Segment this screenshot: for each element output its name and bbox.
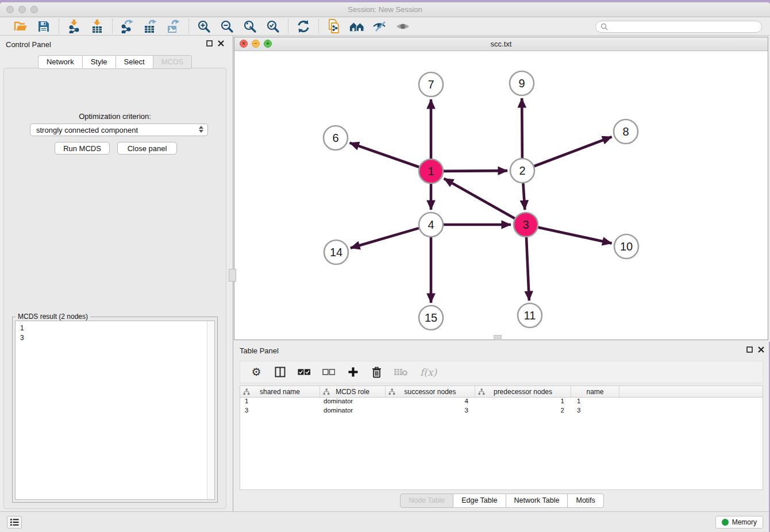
- export-table-button[interactable]: [143, 19, 158, 34]
- save-session-button[interactable]: [36, 19, 51, 34]
- tab-select[interactable]: Select: [116, 55, 153, 69]
- network-canvas[interactable]: 7968124314101511: [234, 51, 768, 340]
- column-header-predecessor-nodes[interactable]: predecessor nodes: [475, 386, 571, 397]
- delete-columns-button[interactable]: [371, 367, 382, 378]
- graph-node-1[interactable]: 1: [419, 159, 443, 183]
- graph-edge-2-9[interactable]: [522, 98, 522, 158]
- add-column-button[interactable]: [347, 367, 359, 377]
- float-panel-icon[interactable]: [206, 40, 213, 47]
- table-settings-button[interactable]: ⚙: [251, 367, 262, 377]
- horizontal-splitter-handle[interactable]: [494, 335, 502, 339]
- graph-node-7[interactable]: 7: [419, 72, 443, 97]
- graph-edge-3-10[interactable]: [538, 228, 611, 244]
- zoom-fit-button[interactable]: [242, 19, 257, 34]
- refresh-icon: [297, 20, 310, 33]
- hide-selected-button[interactable]: [372, 19, 387, 34]
- graph-node-4[interactable]: 4: [419, 213, 443, 237]
- network-graph[interactable]: 7968124314101511: [234, 51, 768, 340]
- graph-node-3[interactable]: 3: [514, 213, 538, 237]
- column-header-name[interactable]: name: [571, 386, 619, 397]
- eye-slash-icon: [372, 20, 387, 33]
- graph-edge-1-6[interactable]: [350, 143, 419, 167]
- column-header-successor-nodes[interactable]: successor nodes: [386, 386, 475, 397]
- graph-edge-1-2[interactable]: [444, 171, 507, 171]
- task-history-button[interactable]: [7, 516, 22, 529]
- zoom-out-icon: [220, 20, 234, 33]
- vertical-splitter-handle[interactable]: [229, 269, 236, 282]
- result-scrollbar[interactable]: [207, 321, 214, 499]
- graph-edge-3-1[interactable]: [444, 179, 515, 218]
- cell-mcds-role[interactable]: dominator: [320, 407, 386, 416]
- float-panel-icon[interactable]: [746, 346, 753, 353]
- cell-successor-nodes[interactable]: 4: [386, 398, 475, 407]
- graph-node-10[interactable]: 10: [614, 234, 638, 259]
- close-panel-icon[interactable]: [218, 40, 224, 47]
- graph-node-2[interactable]: 2: [510, 159, 534, 183]
- tab-mcds[interactable]: MCDS: [153, 55, 192, 69]
- table-row[interactable]: 1 dominator 4 1 1: [240, 398, 763, 407]
- graph-node-11[interactable]: 11: [518, 303, 542, 327]
- import-network-button[interactable]: [67, 19, 82, 34]
- graph-node-label: 2: [519, 164, 525, 177]
- save-disk-icon: [37, 20, 50, 33]
- show-columns-button[interactable]: [274, 367, 286, 377]
- tab-style[interactable]: Style: [83, 55, 116, 69]
- graph-node-9[interactable]: 9: [510, 71, 534, 95]
- cell-name[interactable]: 3: [571, 407, 619, 416]
- duplicate-network-button[interactable]: [326, 19, 341, 34]
- graph-edge-3-11[interactable]: [526, 237, 529, 300]
- export-image-button[interactable]: [166, 19, 181, 34]
- graph-edge-2-3[interactable]: [523, 183, 525, 210]
- delete-table-button[interactable]: [394, 368, 408, 376]
- apply-layout-button[interactable]: [296, 19, 311, 34]
- close-panel-button[interactable]: Close panel: [117, 142, 177, 155]
- run-mcds-button[interactable]: Run MCDS: [55, 142, 110, 155]
- mcds-result-textarea[interactable]: 1 3: [15, 321, 215, 500]
- table-row[interactable]: 3 dominator 3 2 3: [240, 407, 763, 416]
- tab-network[interactable]: Network: [38, 55, 83, 69]
- cell-shared-name[interactable]: 3: [240, 407, 320, 416]
- control-panel: Control Panel Network Style Select MCDS …: [0, 36, 230, 511]
- tab-edge-table[interactable]: Edge Table: [453, 494, 506, 508]
- column-header-shared-name[interactable]: shared name: [240, 386, 320, 397]
- export-network-button[interactable]: [120, 19, 135, 34]
- cell-mcds-role[interactable]: dominator: [320, 398, 386, 407]
- graph-edge-4-14[interactable]: [351, 228, 419, 248]
- deselect-all-columns-button[interactable]: [322, 369, 335, 375]
- zoom-out-button[interactable]: [220, 19, 234, 34]
- graph-edge-2-8[interactable]: [534, 137, 612, 166]
- graph-node-8[interactable]: 8: [614, 119, 638, 144]
- home-button[interactable]: [349, 19, 364, 34]
- cell-predecessor-nodes[interactable]: 2: [475, 407, 571, 416]
- zoom-selected-button[interactable]: [265, 19, 280, 34]
- tab-network-table[interactable]: Network Table: [506, 494, 568, 508]
- cell-name[interactable]: 1: [571, 398, 619, 407]
- select-all-columns-button[interactable]: [298, 369, 310, 375]
- search-field[interactable]: [595, 21, 762, 33]
- duplicate-document-icon: [327, 19, 341, 34]
- zoom-fit-icon: [243, 20, 257, 33]
- open-session-button[interactable]: [13, 19, 28, 34]
- mcds-result-group: MCDS result (2 nodes) 1 3: [12, 317, 218, 503]
- memory-button[interactable]: Memory: [715, 516, 763, 529]
- column-header-mcds-role[interactable]: MCDS role: [320, 386, 386, 397]
- status-bar: Memory: [0, 511, 770, 532]
- graph-node-14[interactable]: 14: [324, 240, 348, 264]
- show-all-button[interactable]: [395, 19, 410, 34]
- cell-shared-name[interactable]: 1: [240, 398, 320, 407]
- search-input[interactable]: [611, 22, 757, 30]
- tab-node-table[interactable]: Node Table: [400, 494, 453, 508]
- graph-node-6[interactable]: 6: [324, 126, 348, 150]
- import-table-button[interactable]: [90, 19, 105, 34]
- cell-successor-nodes[interactable]: 3: [386, 407, 475, 416]
- close-panel-icon[interactable]: [758, 346, 764, 353]
- node-table: shared name MCDS role: [240, 385, 763, 490]
- graph-node-label: 9: [518, 77, 525, 90]
- function-builder-button[interactable]: f(x): [420, 367, 437, 378]
- zoom-in-button[interactable]: [197, 19, 211, 34]
- control-panel-tabs: Network Style Select MCDS: [0, 55, 230, 69]
- optimization-criterion-select[interactable]: strongly connected component: [30, 124, 208, 136]
- tab-motifs[interactable]: Motifs: [568, 494, 603, 508]
- graph-node-15[interactable]: 15: [419, 306, 443, 330]
- cell-predecessor-nodes[interactable]: 1: [475, 398, 571, 407]
